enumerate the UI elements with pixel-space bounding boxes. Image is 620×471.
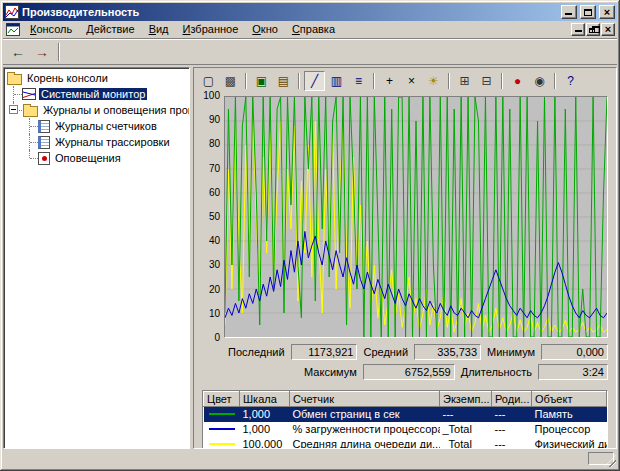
view-current-activity-button[interactable]: ▣ (251, 71, 272, 91)
legend-column-scale[interactable]: Шкала (240, 392, 290, 407)
system-monitor-icon (22, 88, 36, 100)
legend-column-counter[interactable]: Счетчик (290, 392, 440, 407)
freeze-display-button[interactable]: ● (507, 71, 528, 91)
add-counter-button[interactable]: + (379, 71, 400, 91)
toolbar-separator (448, 73, 450, 89)
tree-connector (22, 118, 38, 134)
legend-object-cell: Физический диск (532, 437, 607, 450)
system-monitor-toolbar: ▢▩▣▤╱▥≡+×☀⊞⊟●◉? (194, 68, 616, 94)
y-axis-tick: 0 (198, 333, 224, 343)
tree-indent (6, 134, 22, 150)
legend-counter-cell: % загруженности процессора (290, 422, 440, 437)
legend-color-cell (204, 407, 240, 422)
mdi-minimize-button[interactable] (571, 23, 585, 36)
forward-button[interactable]: → (31, 41, 53, 63)
legend-column-object[interactable]: Объект (532, 392, 607, 407)
toolbar-separator (373, 73, 375, 89)
legend-color-cell (204, 437, 240, 450)
help-button[interactable]: ? (560, 71, 581, 91)
legend-column-color[interactable]: Цвет (204, 392, 240, 407)
maximize-button[interactable] (580, 5, 596, 19)
legend-counter-cell: Обмен страниц в сек (290, 407, 440, 422)
view-histogram-button[interactable]: ▥ (326, 71, 347, 91)
tree-item-trace-logs[interactable]: Журналы трассировки (6, 134, 189, 150)
clear-display-button[interactable]: ▩ (220, 71, 241, 91)
highlight-button[interactable]: ☀ (423, 71, 444, 91)
counter-legend: Цвет Шкала Счетчик Экземп... Роди... Объ… (202, 390, 608, 449)
legend-parent-cell: --- (492, 407, 532, 422)
chart-plot-area (224, 96, 608, 338)
navigation-toolbar: ← → (3, 39, 617, 65)
toolbar-separator (501, 73, 503, 89)
view-log-file-data-button[interactable]: ▤ (273, 71, 294, 91)
tree-item-alerts[interactable]: Оповещения (6, 150, 189, 166)
legend-row[interactable]: 100,000 Средняя длина очереди ди... _Tot… (204, 437, 607, 450)
y-axis-tick: 20 (198, 285, 224, 295)
y-axis-tick: 80 (198, 139, 224, 149)
tree-item-label: Оповещения (53, 152, 123, 164)
back-button[interactable]: ← (7, 41, 29, 63)
copy-properties-button[interactable]: ⊞ (454, 71, 475, 91)
legend-row[interactable]: 1,000 % загруженности процессора _Total … (204, 422, 607, 437)
menu-action[interactable]: Действие (79, 22, 141, 37)
legend-scale-cell: 100,000 (240, 437, 290, 450)
legend-counter-cell: Средняя длина очереди ди... (290, 437, 440, 450)
legend-parent-cell: --- (492, 437, 532, 450)
menu-view[interactable]: Вид (142, 22, 176, 37)
tree-item-system-monitor[interactable]: Системный монитор (6, 86, 189, 102)
title-bar[interactable]: Производительность × (3, 3, 617, 21)
paste-counter-list-button[interactable]: ⊟ (476, 71, 497, 91)
mdi-restore-button[interactable] (586, 23, 600, 36)
toolbar-separator (554, 73, 556, 89)
performance-chart: 1009080706050403020100 (198, 96, 608, 338)
menu-bar: Консоль Действие Вид Избранное Окно Спра… (3, 21, 617, 39)
update-data-button[interactable]: ◉ (529, 71, 550, 91)
series-line (225, 231, 607, 317)
close-button[interactable]: × (599, 5, 615, 19)
toolbar-separator (245, 73, 247, 89)
minimize-icon (575, 30, 582, 32)
alert-icon (38, 152, 50, 165)
stats-row-2: Максимум 6752,559 Длительность 3:24 (228, 364, 608, 380)
color-swatch (209, 413, 235, 415)
color-swatch (209, 443, 235, 445)
stat-duration-value: 3:24 (538, 364, 608, 380)
tree-item-perf-logs[interactable]: Журналы и оповещения произв (6, 102, 189, 118)
new-counter-set-button[interactable]: ▢ (198, 71, 219, 91)
stat-last-label: Последний (228, 346, 285, 358)
collapse-box[interactable] (9, 105, 18, 114)
stat-max-value: 6752,559 (363, 364, 455, 380)
tree-connector (22, 150, 38, 166)
menu-window[interactable]: Окно (245, 22, 285, 37)
mdi-close-button[interactable]: × (601, 23, 615, 36)
tree-item-counter-logs[interactable]: Журналы счетчиков (6, 118, 189, 134)
y-axis-tick: 50 (198, 212, 224, 222)
legend-column-instance[interactable]: Экземп... (440, 392, 492, 407)
legend-scale-cell: 1,000 (240, 407, 290, 422)
legend-row[interactable]: 1,000 Обмен страниц в сек --- --- Память (204, 407, 607, 422)
toolbar-separator (298, 73, 300, 89)
window-title: Производительность (22, 6, 558, 18)
tree-item-console-root[interactable]: Корень консоли (6, 70, 189, 86)
legend-scale-cell: 1,000 (240, 422, 290, 437)
menu-help[interactable]: Справка (285, 22, 342, 37)
console-window-icon (6, 23, 20, 36)
app-icon (5, 5, 19, 19)
chart-y-axis: 1009080706050403020100 (198, 91, 224, 343)
delete-counter-button[interactable]: × (401, 71, 422, 91)
view-graph-button[interactable]: ╱ (304, 71, 325, 91)
stat-duration-label: Длительность (461, 366, 532, 378)
y-axis-tick: 70 (198, 164, 224, 174)
legend-table: Цвет Шкала Счетчик Экземп... Роди... Объ… (203, 391, 607, 449)
legend-object-cell: Процессор (532, 422, 607, 437)
minimize-button[interactable] (561, 5, 577, 19)
counter-log-icon (38, 120, 50, 133)
legend-column-parent[interactable]: Роди... (492, 392, 532, 407)
menu-favorites[interactable]: Избранное (176, 22, 246, 37)
color-swatch (209, 428, 235, 430)
menu-console[interactable]: Консоль (23, 22, 79, 37)
view-report-button[interactable]: ≡ (348, 71, 369, 91)
tree-item-label: Журналы счетчиков (53, 120, 159, 132)
toolbar-separator (58, 43, 60, 61)
tree-indent (6, 118, 22, 134)
